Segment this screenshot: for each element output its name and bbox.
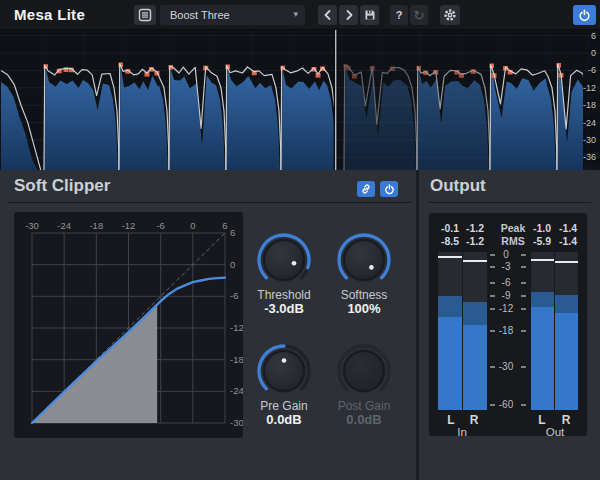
scale-tick [490,330,495,332]
scale-label: -6 [502,277,511,288]
link-icon [360,183,372,195]
channel-label-out-r: R [562,413,571,427]
power-icon [384,184,395,195]
group-label-in: In [457,426,467,438]
db-scale-label: 6 [591,31,596,41]
scale-label: 0 [503,249,509,260]
pre-gain-knob[interactable] [252,339,316,403]
peak-hold-line [463,260,487,262]
db-scale-label: -24 [583,118,596,128]
threshold-knob-graphic [252,228,316,292]
db-scale-label: -12 [583,83,596,93]
db-scale-label: -18 [583,100,596,110]
output-meters: -0.1-1.2Peak-1.0-1.4-8.5-1.2RMS-5.9-1.40… [429,213,587,436]
db-scale-label: -30 [583,135,596,145]
gear-icon [443,8,457,22]
scale-tick [521,308,526,310]
graph-y-label: -24 [230,385,243,396]
graph-x-label: -12 [122,220,136,231]
scale-label: -9 [502,290,511,301]
preset-list-icon [138,8,152,22]
scale-tick [490,366,495,368]
rms-value-out-r: -1.4 [559,235,577,247]
meter-level-segment [531,307,554,410]
scale-tick [521,404,526,406]
chevron-down-icon: ▾ [293,5,298,24]
threshold-knob[interactable] [252,228,316,292]
scale-label: -12 [499,303,513,314]
channel-label-out-l: L [538,413,545,427]
refresh-icon: ↻ [414,8,425,23]
channel-label-in-r: R [470,413,479,427]
meter-level-segment [438,317,462,410]
graph-y-label: 6 [230,227,235,238]
peak-hold-line [555,261,578,263]
peak-value-in-r: -1.2 [466,222,484,234]
preset-selector[interactable]: Boost Three ▾ [160,5,305,25]
scale-tick [521,295,526,297]
plugin-window: Mesa Lite Boost Three ▾ [0,0,600,480]
post-gain-knob[interactable] [332,339,396,403]
stereo-link-button[interactable] [357,181,375,197]
graph-x-label: -24 [57,220,71,231]
db-scale-label: -36 [583,152,596,162]
meter-bar-in-r [463,252,487,410]
header-divider [429,202,591,203]
prev-preset-button[interactable] [318,5,337,25]
next-preset-button[interactable] [339,5,358,25]
group-label-out: Out [546,426,565,438]
waveform-right-panel [344,63,600,170]
post-gain-knob-graphic [332,339,396,403]
graph-y-label: -18 [230,354,243,365]
graph-y-label: 0 [230,259,235,270]
output-title: Output [430,176,486,196]
rms-label: RMS [501,235,524,247]
channel-label-in-l: L [447,413,454,427]
clipper-power-button[interactable] [380,181,398,197]
softness-knob[interactable] [332,228,396,292]
scale-tick [521,282,526,284]
scale-label: -18 [499,325,513,336]
meter-level-segment [555,313,578,410]
meter-bar-out-r [555,252,578,410]
post-gain-knob-value: 0.0dB [309,412,419,427]
graph-x-label: 6 [222,220,227,231]
scale-tick [521,254,526,256]
chevron-left-icon [321,8,335,22]
refresh-button[interactable]: ↻ [410,5,428,25]
db-scale-label: 0 [591,48,596,58]
meter-cap-segment [438,296,462,317]
chevron-right-icon [342,8,356,22]
peak-label: Peak [501,222,526,234]
soft-clipper-title: Soft Clipper [14,176,110,196]
waveform-left-panel [1,62,337,170]
scale-tick [490,404,495,406]
graph-x-label: -18 [89,220,103,231]
help-button[interactable]: ? [390,5,408,25]
scale-tick [521,266,526,268]
softness-knob-label: Softness [309,288,419,302]
transfer-curve-graph: -30-24-18-12-60660-6-12-18-24-30 [14,212,243,438]
scale-label: -30 [499,361,513,372]
panel-divider [416,170,419,480]
scale-tick [490,266,495,268]
rms-value-out-l: -5.9 [533,235,551,247]
scale-label: -3 [502,261,511,272]
graph-x-label: -30 [25,220,39,231]
save-preset-button[interactable] [360,5,379,25]
rms-value-in-r: -1.2 [466,235,484,247]
db-scale-label: -6 [588,65,596,75]
save-icon [363,8,377,22]
waveform-svg [0,30,600,170]
peak-value-in-l: -0.1 [441,222,459,234]
preset-browser-button[interactable] [134,5,156,25]
help-icon: ? [396,9,403,21]
header-divider [8,202,411,203]
settings-button[interactable] [440,5,460,25]
graph-x-label: 0 [190,220,195,231]
titlebar: Mesa Lite Boost Three ▾ [0,0,600,30]
scale-label: -60 [499,399,513,410]
bypass-power-button[interactable] [573,5,596,25]
meter-bar-in-l [438,252,462,410]
peak-hold-line [438,256,462,258]
